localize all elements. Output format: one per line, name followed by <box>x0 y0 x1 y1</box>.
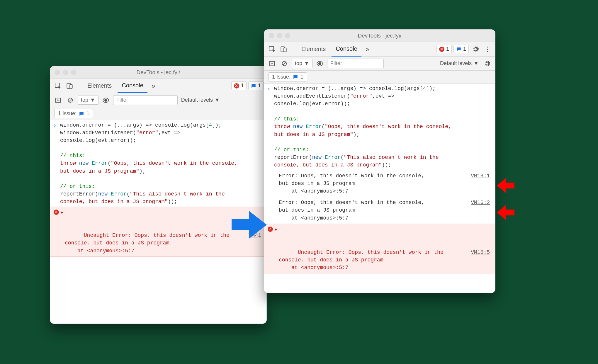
issues-label: 1 Issue: <box>58 110 77 117</box>
source-link[interactable]: VM16:1 <box>471 172 490 180</box>
console-input-history[interactable]: window.onerror = (...args) => console.lo… <box>264 84 495 170</box>
issues-count: 1 <box>300 74 303 80</box>
tab-console[interactable]: Console <box>118 79 147 93</box>
errors-badge[interactable]: ✕ 1 <box>436 45 452 53</box>
error-icon: ✕ <box>234 83 239 89</box>
levels-selector[interactable]: Default levels ▼ <box>439 60 480 67</box>
device-icon[interactable] <box>65 81 75 91</box>
messages-badge[interactable]: 1 <box>248 81 264 90</box>
issues-bar: 1 Issue: 1 <box>264 71 495 84</box>
live-expr-icon[interactable] <box>315 59 325 69</box>
titlebar: DevTools - jec.fyi/ <box>50 66 266 79</box>
issues-bar: 1 Issue: 1 <box>50 107 266 120</box>
source-link[interactable]: VM16:2 <box>471 199 490 206</box>
console-settings-icon[interactable] <box>482 59 492 69</box>
message-icon <box>79 111 84 116</box>
messages-count: 1 <box>258 83 261 89</box>
console-input-history[interactable]: window.onerror = (...args) => console.lo… <box>50 120 266 207</box>
svg-rect-8 <box>284 48 286 52</box>
annotation-arrow-red-1 <box>497 178 514 193</box>
console-prompt[interactable] <box>264 273 495 278</box>
filter-input[interactable]: Filter <box>113 95 178 105</box>
inspect-icon[interactable] <box>53 81 63 91</box>
inspect-icon[interactable] <box>267 44 277 54</box>
annotation-arrow-red-2 <box>497 205 514 220</box>
error-icon: ✕ <box>54 210 59 215</box>
messages-badge[interactable]: 1 <box>453 45 469 53</box>
svg-rect-2 <box>70 84 72 88</box>
errors-count: 1 <box>241 83 244 89</box>
main-tabbar: Elements Console » ✕ 1 1 ⋮ <box>264 42 495 57</box>
console-body: window.onerror = (...args) => console.lo… <box>50 120 266 261</box>
show-drawer-icon[interactable] <box>267 59 277 69</box>
chevron-down-icon: ▼ <box>90 97 95 103</box>
context-selector[interactable]: top ▼ <box>292 59 312 68</box>
filter-input[interactable]: Filter <box>327 59 384 68</box>
error-icon: ✕ <box>439 47 444 52</box>
window-title: DevTools - jec.fyi/ <box>50 69 266 76</box>
context-label: top <box>295 60 302 67</box>
tab-elements[interactable]: Elements <box>297 42 330 57</box>
settings-icon[interactable] <box>470 44 480 54</box>
error-icon: ✕ <box>268 227 273 232</box>
issues-count: 1 <box>86 110 89 117</box>
disclosure-triangle-icon[interactable]: ▸ <box>275 226 278 233</box>
console-log-row[interactable]: VM16:2Error: Oops, this doesn't work in … <box>264 197 495 223</box>
levels-label: Default levels <box>181 97 213 103</box>
message-icon <box>456 47 461 52</box>
titlebar: DevTools - jec.fyi/ <box>264 30 495 42</box>
context-label: top <box>81 97 88 103</box>
more-tabs-icon[interactable]: » <box>149 82 158 90</box>
console-prompt[interactable] <box>50 257 266 261</box>
main-tabbar: Elements Console » ✕ 1 1 <box>50 79 266 93</box>
clear-icon[interactable] <box>279 59 289 69</box>
chevron-down-icon: ▼ <box>473 60 479 67</box>
context-selector[interactable]: top ▼ <box>78 96 98 105</box>
errors-badge[interactable]: ✕ 1 <box>231 81 247 90</box>
levels-label: Default levels <box>440 60 472 67</box>
issues-chip[interactable]: 1 Issue: 1 <box>268 72 307 81</box>
issues-label: 1 Issue: <box>272 74 290 80</box>
console-toolbar: top ▼ Filter Default levels ▼ <box>264 57 495 71</box>
annotation-arrow-blue <box>232 211 267 239</box>
message-icon <box>251 83 256 89</box>
tab-console[interactable]: Console <box>332 42 361 57</box>
devtools-window-before: DevTools - jec.fyi/ Elements Console » ✕… <box>50 66 267 324</box>
console-toolbar: top ▼ Filter Default levels ▼ <box>50 93 266 107</box>
console-body: window.onerror = (...args) => console.lo… <box>264 84 495 278</box>
errors-count: 1 <box>446 46 449 52</box>
tab-elements[interactable]: Elements <box>83 79 116 93</box>
devtools-window-after: DevTools - jec.fyi/ Elements Console » ✕… <box>264 29 495 293</box>
issues-chip[interactable]: 1 Issue: 1 <box>54 109 93 118</box>
live-expr-icon[interactable] <box>101 95 111 105</box>
console-log-row[interactable]: VM16:1Error: Oops, this doesn't work in … <box>264 170 495 197</box>
more-tabs-icon[interactable]: » <box>363 45 372 53</box>
messages-count: 1 <box>463 46 466 52</box>
message-icon <box>293 74 298 80</box>
disclosure-triangle-icon[interactable]: ▸ <box>61 209 64 216</box>
svg-point-5 <box>104 99 107 102</box>
window-title: DevTools - jec.fyi/ <box>264 33 495 39</box>
console-error-row[interactable]: ✕ ▸ VM16:5Uncaught Error: Oops, this doe… <box>264 224 495 274</box>
device-icon[interactable] <box>279 44 289 54</box>
chevron-down-icon: ▼ <box>215 97 220 103</box>
show-drawer-icon[interactable] <box>53 95 63 105</box>
kebab-menu-icon[interactable]: ⋮ <box>482 44 492 54</box>
chevron-down-icon: ▼ <box>304 60 309 67</box>
clear-icon[interactable] <box>65 95 75 105</box>
svg-point-11 <box>318 62 321 65</box>
levels-selector[interactable]: Default levels ▼ <box>180 97 221 103</box>
source-link[interactable]: VM16:5 <box>471 249 490 256</box>
